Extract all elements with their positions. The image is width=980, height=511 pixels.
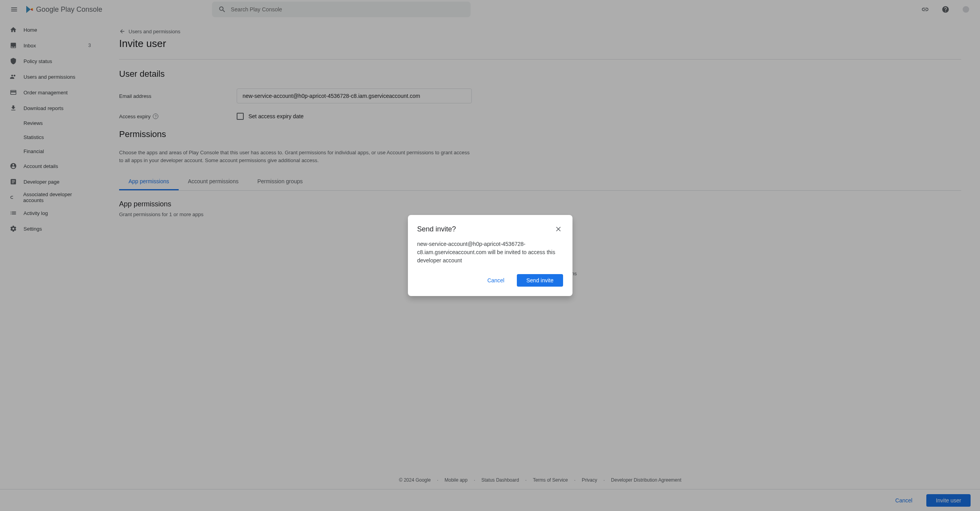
- dialog-send-invite-button[interactable]: Send invite: [517, 274, 563, 287]
- close-icon: [554, 225, 562, 233]
- dialog-cancel-button[interactable]: Cancel: [478, 274, 514, 287]
- dialog-body-text: new-service-account@h0p-apricot-4536728-…: [417, 240, 563, 265]
- modal-overlay[interactable]: Send invite? new-service-account@h0p-apr…: [0, 0, 980, 511]
- dialog-close-button[interactable]: [554, 224, 563, 234]
- dialog-title: Send invite?: [417, 225, 456, 233]
- send-invite-dialog: Send invite? new-service-account@h0p-apr…: [408, 215, 572, 296]
